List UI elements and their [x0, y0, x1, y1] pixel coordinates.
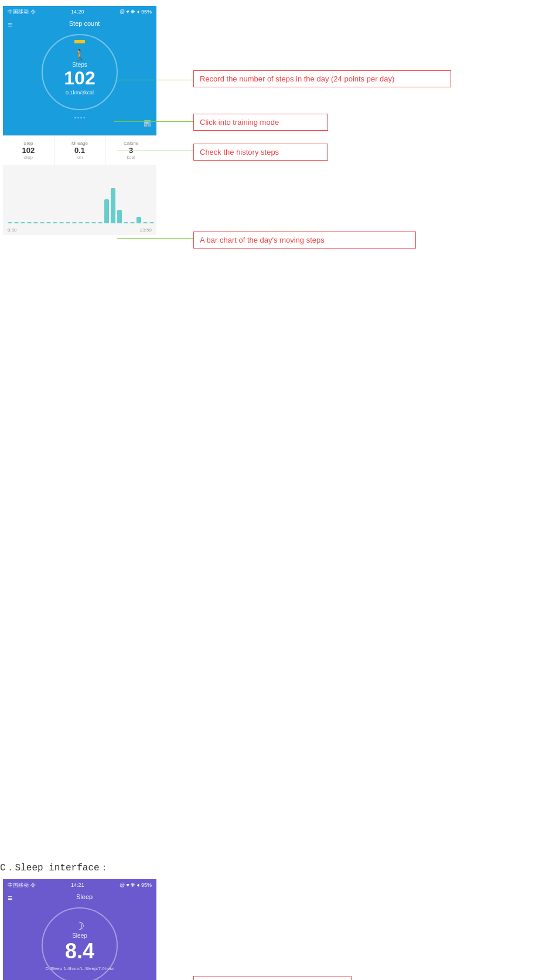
- step-stat-value-1: 102: [5, 146, 52, 155]
- step-bar: [72, 222, 77, 223]
- step-stat-unit-1: step: [5, 155, 52, 160]
- step-bar: [111, 188, 115, 223]
- step-bar: [149, 222, 154, 223]
- annotation-history-steps: Check the history steps: [193, 144, 328, 161]
- connector-history-steps: [117, 151, 193, 151]
- sleep-sub: D-Sleep:1.4hour/L-Sleep:7.0hour: [45, 966, 114, 971]
- step-bar: [124, 222, 128, 223]
- sleep-status-bar: 中国移动 令 14:21 @ ♥ ❋ ♦ 95%: [3, 879, 156, 891]
- step-circle: 🚶 Steps 102 0.1km/3kcal: [42, 34, 118, 110]
- annotation-record-steps: Record the number of steps in the day (2…: [193, 70, 451, 87]
- step-bar-chart: 0:00 23:59: [3, 165, 156, 235]
- sleep-status-left: 中国移动 令: [8, 882, 36, 889]
- section-sleep: C．Sleep interface： 中国移动 令 14:21 @ ♥ ❋ ♦ …: [0, 862, 539, 980]
- step-stat-label-1: Step: [5, 141, 52, 146]
- step-stat-value-2: 0.1: [57, 146, 103, 155]
- step-sub-text: 0.1km/3kcal: [66, 90, 94, 96]
- step-bar: [33, 222, 38, 223]
- step-header: ≡ Step count: [3, 18, 156, 28]
- step-time-labels: 0:00 23:59: [3, 227, 156, 233]
- sleep-phone: 中国移动 令 14:21 @ ♥ ❋ ♦ 95% ≡ Sleep ☽ Sleep…: [3, 879, 156, 980]
- step-stats-bar: Step 102 step Mileage 0.1 km Calorie 3 k…: [3, 135, 156, 165]
- step-bar: [130, 222, 135, 223]
- section-step: 中国移动 令 14:20 @ ♥ ❋ ♦ 95% ≡ Step count 🚶 …: [0, 0, 539, 287]
- step-bar: [156, 222, 156, 223]
- step-main: 🚶 Steps 102 0.1km/3kcal • • • • 📊: [3, 28, 156, 135]
- step-bar: [14, 222, 19, 223]
- annotation-training-mode: Click into training mode: [193, 114, 328, 131]
- step-bar: [104, 199, 109, 223]
- step-bar: [53, 222, 57, 223]
- step-time-end: 23:59: [140, 227, 152, 233]
- step-person-icon: 🚶: [73, 49, 86, 62]
- step-stat-unit-3: kcal: [108, 155, 154, 160]
- step-bar: [8, 222, 12, 223]
- yellow-rect: [74, 40, 85, 43]
- step-bars-container: [3, 165, 156, 235]
- connector-record-steps: [114, 80, 193, 80]
- step-bar: [137, 217, 141, 223]
- connector-training-mode: [114, 121, 193, 122]
- step-stat-label-3: Calorie: [108, 141, 154, 146]
- step-stat-steps: Step 102 step: [3, 136, 54, 165]
- step-count-value: 102: [64, 68, 95, 89]
- sleep-header: ≡ Sleep: [3, 891, 156, 901]
- step-status-right: @ ♥ ❋ ♦ 95%: [120, 9, 152, 15]
- sleep-status-time: 14:21: [71, 882, 84, 888]
- step-bar: [27, 222, 32, 223]
- step-title: Step count: [69, 20, 100, 27]
- step-bar: [59, 222, 64, 223]
- step-bar: [21, 222, 25, 223]
- step-bar: [66, 222, 70, 223]
- step-status-time: 14:20: [71, 9, 84, 15]
- step-bar: [85, 222, 90, 223]
- sleep-circle-label: Sleep: [72, 933, 87, 939]
- annotation-bar-chart: A bar chart of the day's moving steps: [193, 232, 416, 249]
- step-phone: 中国移动 令 14:20 @ ♥ ❋ ♦ 95% ≡ Step count 🚶 …: [3, 6, 156, 235]
- step-bar: [79, 222, 83, 223]
- step-bar: [117, 210, 122, 223]
- step-dots: • • • •: [3, 115, 156, 120]
- step-stat-mileage: Mileage 0.1 km: [54, 136, 106, 165]
- sleep-circle: ☽ Sleep 8.4 D-Sleep:1.4hour/L-Sleep:7.0h…: [42, 907, 118, 980]
- step-bar: [40, 222, 45, 223]
- sleep-title: Sleep: [76, 893, 93, 900]
- step-bar: [46, 222, 51, 223]
- annotation-record-sleep: Record the previous day's sleep: [193, 976, 352, 980]
- step-bar: [98, 222, 103, 223]
- step-stat-unit-2: km: [57, 155, 103, 160]
- connector-bar-chart: [117, 238, 193, 239]
- sleep-main: ☽ Sleep 8.4 D-Sleep:1.4hour/L-Sleep:7.0h…: [3, 901, 156, 980]
- step-bar: [91, 222, 96, 223]
- moon-icon: ☽: [75, 920, 84, 933]
- step-stat-label-2: Mileage: [57, 141, 103, 146]
- sleep-status-right: @ ♥ ❋ ♦ 95%: [120, 882, 152, 888]
- step-bar: [143, 222, 148, 223]
- step-status-left: 中国移动 令: [8, 8, 36, 16]
- step-time-start: 0:00: [8, 227, 17, 233]
- sleep-section-title: C．Sleep interface：: [0, 862, 109, 874]
- step-status-bar: 中国移动 令 14:20 @ ♥ ❋ ♦ 95%: [3, 6, 156, 18]
- sleep-value: 8.4: [65, 939, 94, 964]
